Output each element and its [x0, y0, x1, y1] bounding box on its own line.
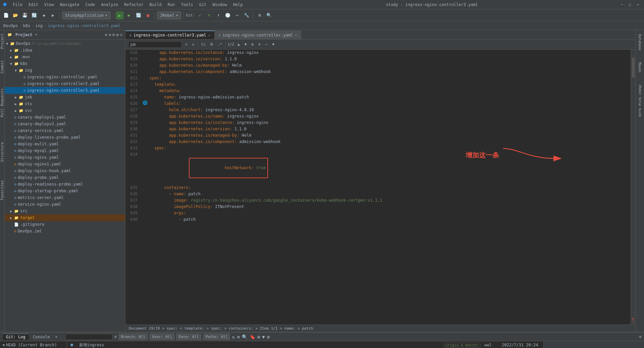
debug-icon[interactable]: ▶: [125, 11, 133, 19]
git-search-input[interactable]: [65, 334, 112, 340]
git-history-icon[interactable]: 🕐: [224, 11, 232, 19]
menu-window[interactable]: Window: [210, 2, 229, 8]
maximize-button[interactable]: □: [627, 2, 633, 7]
tab-close-1[interactable]: ✕: [208, 33, 210, 37]
layout-icon[interactable]: ⊞: [256, 11, 264, 19]
tree-item-target[interactable]: ▶ 📁 target: [5, 214, 125, 221]
tree-item-canary1[interactable]: ⚙ canary-deployv1.yaml: [5, 114, 125, 121]
git-settings-icon[interactable]: ⚙: [114, 335, 117, 339]
tree-item-sts[interactable]: ▶ 📁 sts: [5, 100, 125, 107]
branch-filter-button[interactable]: Branch: All: [119, 334, 148, 340]
tree-item-deploy-readiness[interactable]: ⚙ deploy-readiness-probe.yaml: [5, 181, 125, 188]
menu-edit[interactable]: Edit: [26, 2, 41, 8]
tree-item-deploy-nginx[interactable]: ⚙ deploy-nginx.yaml: [5, 154, 125, 161]
menu-bar[interactable]: File Edit View Navigate Code Analyze Ref…: [10, 2, 246, 8]
editor-tab-1[interactable]: ⚙ ingress-nginx-controller3.yaml ✕: [125, 30, 215, 39]
git-head-item[interactable]: ▼ HEAD (Current Branch): [3, 343, 64, 347]
git-commit-row-1[interactable]: 新增ingress origin & master wwl 2022/7/31 …: [67, 341, 543, 348]
search-word-btn[interactable]: W: [209, 42, 214, 47]
search-clear-button[interactable]: ✕: [184, 42, 189, 47]
menu-refactor[interactable]: Refactor: [121, 2, 146, 8]
rebel-dropdown[interactable]: JRebel ▾: [157, 11, 181, 19]
git-check-icon[interactable]: ✓: [196, 11, 204, 19]
sidebar-tab-pull-requests[interactable]: Pull Requests: [0, 86, 5, 119]
menu-navigate[interactable]: Navigate: [57, 2, 82, 8]
open-icon[interactable]: 📂: [11, 11, 19, 19]
git-revert-icon[interactable]: ↩: [233, 11, 241, 19]
search-wrap-icon[interactable]: ⊞: [250, 42, 255, 47]
breadcrumb-k8s[interactable]: k8s: [23, 23, 31, 28]
search-everywhere-icon[interactable]: 🔍: [265, 11, 273, 19]
right-tab-database[interactable]: Database: [637, 31, 643, 53]
tree-item-deploy-hook[interactable]: ⚙ deploy-nginx-hook.yaml: [5, 167, 125, 174]
tree-item-deploy-mulit[interactable]: ⚙ deploy-mulit.yaml: [5, 141, 125, 147]
git-bookmark-icon[interactable]: 🔖: [250, 334, 255, 340]
tree-item-gitignore[interactable]: 📄 .gitignore: [5, 221, 125, 228]
coverage-icon[interactable]: 🔃: [135, 11, 143, 19]
search-next-btn[interactable]: ▼: [243, 42, 248, 47]
git-search-icon[interactable]: 🔍: [242, 334, 248, 340]
bottom-tab-console[interactable]: Console: [30, 334, 53, 340]
close-button[interactable]: ✕: [635, 2, 641, 7]
git-update-icon[interactable]: ⬆: [205, 11, 213, 19]
tree-item-devops-iml[interactable]: ⚙ DevOps.iml: [5, 228, 125, 234]
search-filter-icon[interactable]: ▼: [271, 42, 276, 47]
tree-item-ing[interactable]: ▼ 📁 ing: [5, 67, 125, 74]
right-tab-jrebel[interactable]: JRebel Setup Guide: [637, 82, 643, 120]
breadcrumb-ing[interactable]: ing: [36, 23, 43, 28]
tree-item-job[interactable]: ▶ 📁 job: [5, 94, 125, 100]
tree-item-deploy-startup[interactable]: ⚙ deploy-startup-probe.yaml: [5, 188, 125, 194]
tree-item-k8s[interactable]: ▼ 📁 k8s: [5, 60, 125, 67]
git-push-icon[interactable]: ⬇: [214, 11, 222, 19]
menu-file[interactable]: File: [10, 2, 25, 8]
settings-icon[interactable]: ⚙: [116, 32, 119, 37]
sidebar-tab-commit[interactable]: Commit: [0, 58, 5, 76]
tree-item-src[interactable]: ▶ 📁 src: [5, 208, 125, 214]
git-merge-icon[interactable]: ⊕: [237, 334, 239, 340]
tree-item-canary2[interactable]: ⚙ canary-deployv2.yaml: [5, 121, 125, 127]
editor-tab-2[interactable]: ⚙ ingress-nginx-controller.yaml ✕: [215, 30, 302, 39]
search-prev-btn[interactable]: ▲: [236, 42, 241, 47]
tree-item-ingress3[interactable]: ⚙ ingress-nginx-controller3.yaml: [5, 87, 125, 94]
paths-filter-button[interactable]: Paths: All: [203, 334, 230, 340]
breadcrumb-file[interactable]: ingress-nginx-controller3.yaml: [48, 23, 120, 28]
tree-item-idea[interactable]: ▶ 📁 .idea: [5, 47, 125, 54]
breadcrumb-devops[interactable]: DevOps: [3, 23, 18, 28]
tree-item-devops[interactable]: ▼ 📁 DevOps F:\programFiles\DevOps: [5, 40, 125, 47]
close-panel-icon[interactable]: ✕: [120, 32, 122, 37]
menu-code[interactable]: Code: [83, 2, 98, 8]
tree-item-deploy-probe[interactable]: ⚙ deploy-probe.yaml: [5, 174, 125, 181]
project-dropdown-icon[interactable]: ▾: [35, 32, 38, 37]
back-icon[interactable]: ◀: [40, 11, 48, 19]
expand-icon[interactable]: ≡: [109, 32, 111, 37]
tree-item-svc[interactable]: ▶ 📁 svc: [5, 107, 125, 114]
tree-item-deploy-nginx1[interactable]: ⚙ deploy-nginx1.yaml: [5, 161, 125, 167]
git-panel-settings-btn[interactable]: ⚙: [639, 335, 641, 339]
bottom-tab-git-log[interactable]: Git: Log: [3, 334, 29, 340]
menu-run[interactable]: Run: [165, 2, 178, 8]
menu-tools[interactable]: Tools: [178, 2, 196, 8]
git-refresh-icon[interactable]: ↻: [232, 334, 235, 340]
search-case-btn[interactable]: Cc: [200, 42, 207, 47]
window-controls[interactable]: ─ □ ✕: [619, 2, 641, 7]
search-input[interactable]: [128, 41, 182, 48]
new-file-icon[interactable]: 📄: [2, 11, 10, 19]
app-dropdown[interactable]: StudyApplication ▾: [62, 11, 111, 19]
search-regex-btn[interactable]: .*: [216, 42, 223, 47]
minimize-button[interactable]: ─: [619, 2, 625, 7]
date-filter-button[interactable]: Date: All: [176, 334, 201, 340]
search-more-icon[interactable]: ⋯: [264, 42, 269, 47]
tree-item-ingress2[interactable]: ⚙ ingress-nginx-controller2.yaml: [5, 80, 125, 87]
save-icon[interactable]: 💾: [21, 11, 29, 19]
run-button[interactable]: ▶: [116, 11, 124, 19]
sidebar-tab-structure[interactable]: Structure: [0, 140, 5, 164]
tree-item-metrics[interactable]: ⚙ metrics-server.yaml: [5, 194, 125, 201]
tree-item-service-nginx[interactable]: ⚙ service-nginx.yaml: [5, 201, 125, 208]
menu-build[interactable]: Build: [147, 2, 164, 8]
tree-item-canary-svc[interactable]: ⚙ canary-service.yaml: [5, 127, 125, 134]
search-in-sel-icon[interactable]: ≡: [257, 42, 262, 47]
tab-close-2[interactable]: ✕: [295, 33, 297, 37]
menu-view[interactable]: View: [42, 2, 57, 8]
tree-item-deploy-liveness[interactable]: ⚙ deploy-liveness-probe.yaml: [5, 134, 125, 141]
git-settings-right-icon[interactable]: ⚙: [267, 334, 270, 340]
